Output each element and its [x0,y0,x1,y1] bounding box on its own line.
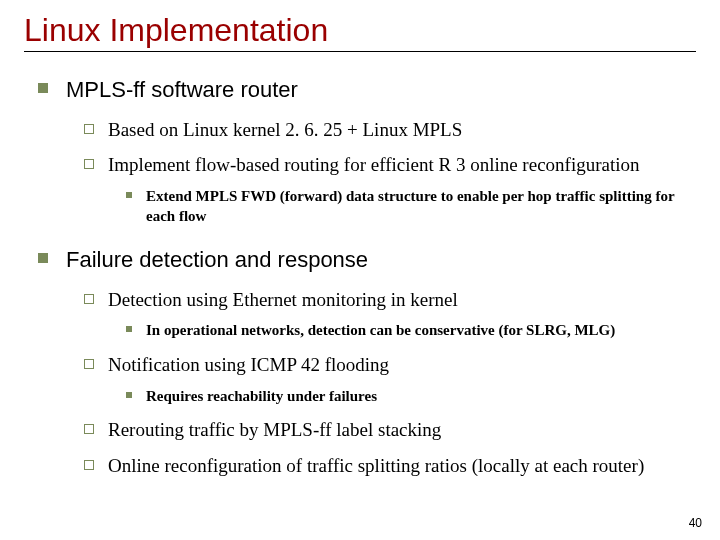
slide-title: Linux Implementation [24,12,696,52]
bullet-list-l2: Based on Linux kernel 2. 6. 25 + Linux M… [66,118,696,227]
l3-item: Requires reachability under failures [126,387,696,407]
l3-text: In operational networks, detection can b… [146,322,615,338]
bullet-list-l3: Extend MPLS FWD (forward) data structure… [108,187,696,226]
l3-text: Requires reachability under failures [146,388,377,404]
page-number: 40 [689,516,702,530]
l1-item: MPLS-ff software router Based on Linux k… [38,76,696,226]
bullet-list-l1: MPLS-ff software router Based on Linux k… [24,76,696,478]
bullet-list-l3: In operational networks, detection can b… [108,321,696,341]
bullet-list-l3: Requires reachability under failures [108,387,696,407]
l2-text: Implement flow-based routing for efficie… [108,154,640,175]
l2-item: Based on Linux kernel 2. 6. 25 + Linux M… [84,118,696,142]
l2-text: Detection using Ethernet monitoring in k… [108,289,458,310]
l3-item: In operational networks, detection can b… [126,321,696,341]
l2-text: Notification using ICMP 42 flooding [108,354,389,375]
l1-text: Failure detection and response [66,247,368,272]
l1-text: MPLS-ff software router [66,77,298,102]
l2-item: Online reconfiguration of traffic splitt… [84,454,696,478]
l2-item: Implement flow-based routing for efficie… [84,153,696,226]
l2-item: Rerouting traffic by MPLS-ff label stack… [84,418,696,442]
l1-item: Failure detection and response Detection… [38,246,696,478]
l2-text: Rerouting traffic by MPLS-ff label stack… [108,419,441,440]
slide: Linux Implementation MPLS-ff software ro… [0,0,720,478]
l3-item: Extend MPLS FWD (forward) data structure… [126,187,696,226]
l2-text: Based on Linux kernel 2. 6. 25 + Linux M… [108,119,462,140]
bullet-list-l2: Detection using Ethernet monitoring in k… [66,288,696,478]
l3-text: Extend MPLS FWD (forward) data structure… [146,188,674,224]
l2-text: Online reconfiguration of traffic splitt… [108,455,644,476]
l2-item: Detection using Ethernet monitoring in k… [84,288,696,341]
l2-item: Notification using ICMP 42 flooding Requ… [84,353,696,406]
